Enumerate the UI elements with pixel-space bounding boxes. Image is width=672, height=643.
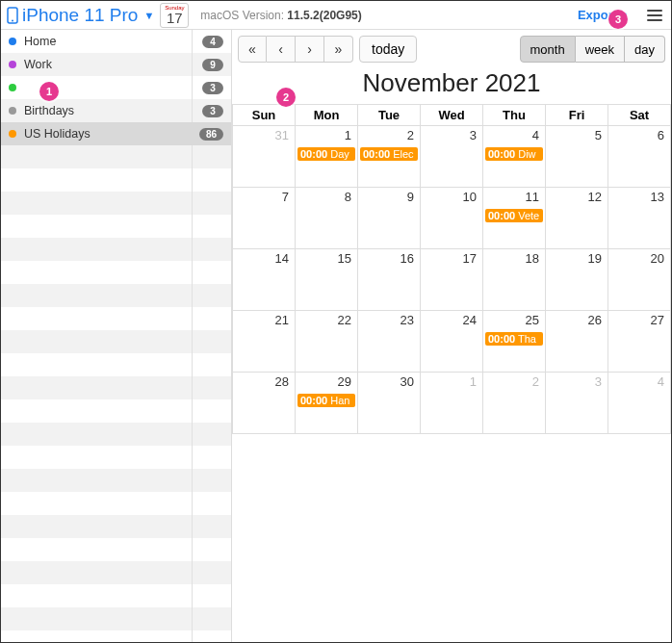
view-day-button[interactable]: day [625,36,665,63]
sidebar-item[interactable]: 3 [1,76,231,99]
day-number: 7 [282,190,289,204]
day-cell[interactable]: 12 [546,188,608,249]
annotation-marker-2: 2 [276,88,296,107]
day-number: 21 [275,313,289,327]
weekday-cell: Tue [358,105,421,126]
event-time: 00:00 [488,210,515,221]
day-number: 8 [345,190,351,204]
day-number: 14 [275,251,289,266]
day-number: 18 [526,251,539,266]
day-cell[interactable]: 100:00 Day [296,126,358,188]
day-number: 30 [401,374,414,389]
menu-icon[interactable] [644,10,665,21]
day-number: 3 [470,128,477,142]
day-cell[interactable]: 18 [483,249,546,311]
event-title: Diw [515,148,535,160]
day-cell[interactable]: 17 [421,249,483,311]
sidebar-item-label: US Holidays [24,127,192,141]
sidebar-item[interactable]: Birthdays3 [1,99,231,122]
nav-prev-button[interactable]: ‹ [267,36,296,63]
day-cell[interactable]: 21 [233,311,296,373]
day-cell[interactable]: 22 [296,311,358,373]
day-cell[interactable]: 3 [421,126,483,188]
day-cell[interactable]: 2 [483,373,546,434]
sidebar-item[interactable]: Work9 [1,53,231,76]
color-dot-icon [9,84,16,91]
day-cell[interactable]: 27 [608,311,671,373]
event-pill[interactable]: 00:00 Day [297,147,355,161]
day-cell[interactable]: 7 [233,188,296,249]
view-month-button[interactable]: month [520,36,576,63]
day-cell[interactable]: 200:00 Elec [358,126,421,188]
day-number: 2 [532,374,539,389]
event-pill[interactable]: 00:00 Han [297,394,355,407]
count-badge: 4 [202,36,223,48]
day-cell[interactable]: 30 [358,373,421,434]
day-cell[interactable]: 8 [296,188,358,249]
weekday-cell: Sun [233,105,296,126]
event-pill[interactable]: 00:00 Tha [485,332,543,346]
sidebar-item[interactable]: Home4 [1,30,231,53]
calendar-toolbar: « ‹ › » today month week day [232,30,671,68]
day-cell[interactable]: 26 [546,311,608,373]
event-title: Tha [515,333,536,345]
day-cell[interactable]: 24 [421,311,483,373]
nav-first-button[interactable]: « [238,36,267,63]
day-number: 6 [658,128,664,142]
weekday-cell: Sat [608,105,671,126]
day-number: 27 [651,313,664,327]
day-cell[interactable]: 23 [358,311,421,373]
today-button[interactable]: today [359,36,417,63]
nav-last-button[interactable]: » [324,36,353,63]
phone-icon [7,7,18,24]
event-title: Day [327,148,349,160]
day-number: 9 [407,190,414,204]
day-cell[interactable]: 16 [358,249,421,311]
day-cell[interactable]: 15 [296,249,358,311]
nav-group: « ‹ › » [238,36,353,63]
day-cell[interactable]: 1100:00 Vete [483,188,546,249]
event-time: 00:00 [488,148,515,160]
day-cell[interactable]: 19 [546,249,608,311]
annotation-marker-1: 1 [39,82,59,101]
day-number: 10 [463,190,477,204]
event-pill[interactable]: 00:00 Elec [360,147,418,161]
day-cell[interactable]: 31 [233,126,296,188]
day-cell[interactable]: 13 [608,188,671,249]
day-number: 15 [338,251,351,266]
day-cell[interactable]: 4 [608,373,671,434]
calendar-title: November 2021 [232,68,671,98]
day-cell[interactable]: 3 [546,373,608,434]
event-time: 00:00 [300,148,327,160]
day-cell[interactable]: 2500:00 Tha [483,311,546,373]
count-badge: 86 [199,128,223,141]
day-number: 1 [470,374,477,389]
day-cell[interactable]: 2900:00 Han [296,373,358,434]
day-cell[interactable]: 1 [421,373,483,434]
calendar-grid: 31100:00 Day200:00 Elec3400:00 Diw567891… [232,126,671,434]
event-pill[interactable]: 00:00 Vete [485,209,543,222]
day-cell[interactable]: 5 [546,126,608,188]
weekday-header: SunMonTueWedThuFriSat [232,104,671,126]
day-cell[interactable]: 10 [421,188,483,249]
day-cell[interactable]: 28 [233,373,296,434]
day-number: 20 [651,251,664,266]
day-cell[interactable]: 20 [608,249,671,311]
day-number: 19 [588,251,602,266]
view-week-button[interactable]: week [576,36,625,63]
day-cell[interactable]: 6 [608,126,671,188]
device-selector[interactable]: iPhone 11 Pro ▼ [7,5,154,26]
day-number: 1 [345,128,351,142]
day-cell[interactable]: 14 [233,249,296,311]
date-badge[interactable]: Sunday 17 [160,3,189,28]
sidebar-item[interactable]: US Holidays86 [1,122,231,145]
event-pill[interactable]: 00:00 Diw [485,147,543,161]
nav-next-button[interactable]: › [296,36,324,63]
day-cell[interactable]: 400:00 Diw [483,126,546,188]
weekday-cell: Mon [296,105,358,126]
day-cell[interactable]: 9 [358,188,421,249]
event-time: 00:00 [488,333,515,345]
day-number: 4 [658,374,664,389]
day-number: 25 [526,313,539,327]
weekday-cell: Fri [546,105,608,126]
